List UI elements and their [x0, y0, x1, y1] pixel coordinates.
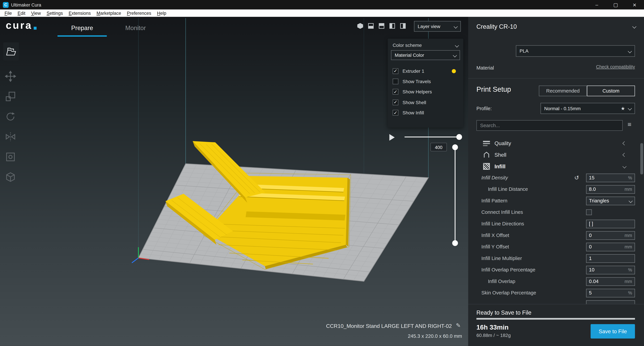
- layer-range-slider[interactable]: [455, 147, 456, 243]
- setting-input[interactable]: 0.04mm: [586, 277, 635, 285]
- top-view-icon[interactable]: [378, 22, 385, 29]
- profile-dropdown[interactable]: Normal - 0.15mm ★: [540, 103, 635, 114]
- setting-visibility-menu-icon[interactable]: ≡: [628, 121, 632, 128]
- setting-input[interactable]: 5%: [586, 289, 635, 297]
- view-mode-dropdown[interactable]: Layer view: [414, 21, 461, 32]
- layer-animation-slider[interactable]: [404, 136, 460, 137]
- color-scheme-header[interactable]: Color scheme: [392, 42, 458, 49]
- slider-handle[interactable]: [456, 134, 462, 140]
- reset-icon[interactable]: ↺: [574, 175, 579, 181]
- category-shell[interactable]: Shell: [468, 149, 641, 160]
- checkbox-checked-icon[interactable]: ✓: [392, 89, 398, 95]
- chevron-down-icon: [632, 24, 636, 28]
- menu-help[interactable]: Help: [154, 11, 169, 16]
- setting-dropdown[interactable]: Triangles: [586, 196, 635, 205]
- view-option-show-travels[interactable]: Show Travels: [392, 76, 460, 87]
- close-button[interactable]: ×: [625, 0, 644, 10]
- print-setup-title: Print Setup: [476, 85, 511, 94]
- checkbox-checked-icon[interactable]: ✓: [392, 68, 398, 74]
- setting-value: [ ]: [589, 221, 632, 227]
- printer-selector[interactable]: Creality CR-10: [468, 17, 644, 36]
- menu-preferences[interactable]: Preferences: [124, 11, 154, 16]
- save-to-file-button[interactable]: Save to File: [591, 324, 635, 338]
- menu-settings[interactable]: Settings: [44, 11, 66, 16]
- rename-pencil-icon[interactable]: ✎: [456, 322, 461, 329]
- setting-input[interactable]: 0mm: [586, 231, 635, 240]
- search-box: [476, 120, 623, 131]
- setting-input[interactable]: 1: [586, 254, 635, 263]
- setting-row-infill-pattern: Infill PatternTriangles: [468, 195, 641, 207]
- setting-input[interactable]: [ ]: [586, 220, 635, 228]
- setting-row-infill-y-offset: Infill Y Offset0mm: [468, 241, 641, 253]
- support-blocker-button[interactable]: [5, 171, 16, 183]
- rotate-tool-button[interactable]: [5, 111, 16, 122]
- extruder-color-swatch: [452, 69, 456, 73]
- left-view-icon[interactable]: [388, 22, 396, 29]
- custom-button[interactable]: Custom: [587, 85, 635, 96]
- color-scheme-label: Color scheme: [392, 43, 422, 48]
- checkbox-icon[interactable]: [392, 79, 398, 84]
- menu-marketplace[interactable]: Marketplace: [94, 11, 124, 16]
- divider: [468, 78, 644, 78]
- checkbox-checked-icon[interactable]: ✓: [392, 99, 398, 105]
- setting-value: 10: [589, 267, 626, 273]
- minimize-button[interactable]: –: [587, 0, 606, 10]
- view-option-show-shell[interactable]: ✓Show Shell: [392, 97, 460, 107]
- scale-tool-button[interactable]: [5, 91, 16, 102]
- setting-label: Infill Line Directions: [481, 221, 524, 227]
- move-tool-button[interactable]: [5, 71, 16, 82]
- settings-scrollbar[interactable]: [640, 134, 643, 304]
- menu-file[interactable]: File: [2, 11, 15, 16]
- slider-lower-handle[interactable]: [452, 240, 458, 246]
- open-file-button[interactable]: [3, 42, 19, 61]
- mirror-tool-button[interactable]: [5, 131, 16, 142]
- setting-checkbox[interactable]: [586, 210, 592, 215]
- titlebar: C Ultimaker Cura – ▢ ×: [0, 0, 644, 10]
- maximize-button[interactable]: ▢: [606, 0, 625, 10]
- color-scheme-dropdown[interactable]: Material Color: [391, 50, 460, 60]
- menu-view[interactable]: View: [28, 11, 44, 16]
- material-dropdown[interactable]: PLA: [516, 45, 635, 57]
- tab-monitor[interactable]: Monitor: [118, 20, 153, 36]
- checkbox-label: Show Shell: [402, 100, 426, 105]
- menu-edit[interactable]: Edit: [15, 11, 28, 16]
- setting-input[interactable]: 15%: [586, 173, 635, 182]
- model-dimensions: 245.3 x 220.0 x 60.0 mm: [408, 333, 462, 339]
- setting-input[interactable]: 0mm: [586, 243, 635, 251]
- window-controls: – ▢ ×: [587, 0, 644, 10]
- setting-unit: %: [628, 175, 632, 180]
- cura-logo: cura: [6, 20, 36, 30]
- star-icon[interactable]: ★: [621, 105, 625, 111]
- play-button[interactable]: [390, 134, 395, 141]
- setting-input[interactable]: 8.0mm: [586, 185, 635, 194]
- view-option-extruder-1[interactable]: ✓Extruder 1: [392, 66, 460, 76]
- view-option-show-helpers[interactable]: ✓Show Helpers: [392, 87, 460, 97]
- color-scheme-value: Material Color: [394, 53, 424, 57]
- setting-label: Connect Infill Lines: [481, 210, 523, 215]
- setting-input[interactable]: 10%: [586, 266, 635, 274]
- menu-extensions[interactable]: Extensions: [66, 11, 94, 16]
- tab-prepare[interactable]: Prepare: [58, 20, 107, 36]
- 3d-view-icon[interactable]: [356, 22, 364, 29]
- chevron-down-icon: [454, 24, 458, 28]
- category-quality[interactable]: Quality: [468, 137, 641, 149]
- layer-number-badge: 400: [430, 143, 447, 151]
- per-model-settings-button[interactable]: [5, 151, 16, 162]
- check-compatibility-link[interactable]: Check compatibility: [596, 64, 635, 69]
- category-infill[interactable]: Infill: [468, 160, 641, 172]
- setting-unit: mm: [624, 233, 632, 238]
- search-input[interactable]: [476, 120, 623, 131]
- setting-row-infill-overlap: Infill Overlap0.04mm: [468, 276, 641, 287]
- front-view-icon[interactable]: [367, 22, 374, 29]
- setting-label: Infill Density: [481, 175, 508, 181]
- category-label: Quality: [494, 140, 511, 146]
- recommended-button[interactable]: Recommended: [539, 85, 587, 96]
- checkbox-label: Show Infill: [402, 110, 424, 115]
- view-option-show-infill[interactable]: ✓Show Infill: [392, 108, 460, 118]
- material-label: Material: [476, 65, 494, 71]
- right-view-icon[interactable]: [399, 22, 406, 29]
- scrollbar-thumb[interactable]: [640, 143, 643, 174]
- setting-value: 0: [589, 244, 623, 250]
- checkbox-checked-icon[interactable]: ✓: [392, 110, 398, 116]
- slider-upper-handle[interactable]: [452, 144, 458, 150]
